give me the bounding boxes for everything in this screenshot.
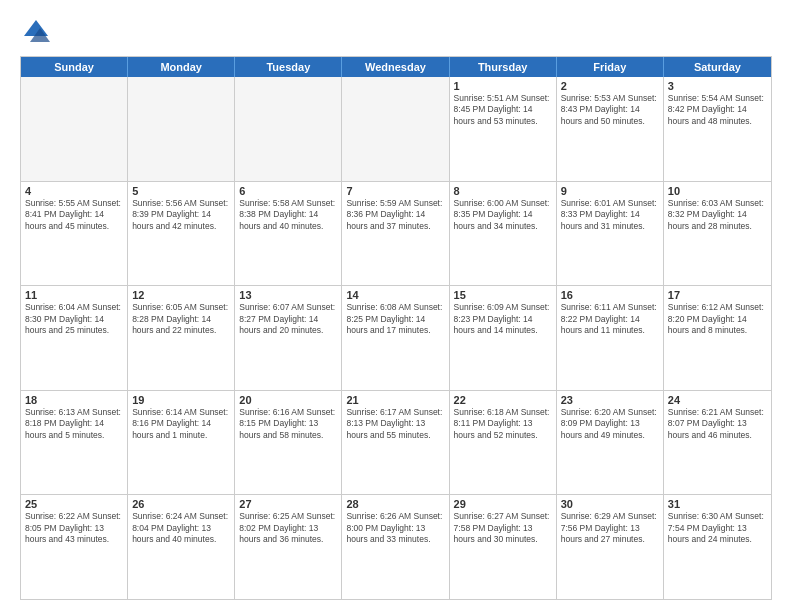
- day-number: 30: [561, 498, 659, 510]
- day-header-monday: Monday: [128, 57, 235, 77]
- day-info: Sunrise: 5:54 AM Sunset: 8:42 PM Dayligh…: [668, 93, 767, 127]
- day-header-thursday: Thursday: [450, 57, 557, 77]
- day-number: 27: [239, 498, 337, 510]
- day-info: Sunrise: 6:22 AM Sunset: 8:05 PM Dayligh…: [25, 511, 123, 545]
- day-number: 2: [561, 80, 659, 92]
- day-cell-24: 24Sunrise: 6:21 AM Sunset: 8:07 PM Dayli…: [664, 391, 771, 495]
- day-cell-21: 21Sunrise: 6:17 AM Sunset: 8:13 PM Dayli…: [342, 391, 449, 495]
- day-number: 24: [668, 394, 767, 406]
- empty-cell: [128, 77, 235, 181]
- day-header-wednesday: Wednesday: [342, 57, 449, 77]
- day-cell-26: 26Sunrise: 6:24 AM Sunset: 8:04 PM Dayli…: [128, 495, 235, 599]
- day-info: Sunrise: 5:58 AM Sunset: 8:38 PM Dayligh…: [239, 198, 337, 232]
- day-number: 13: [239, 289, 337, 301]
- calendar-header: SundayMondayTuesdayWednesdayThursdayFrid…: [21, 57, 771, 77]
- day-number: 21: [346, 394, 444, 406]
- day-info: Sunrise: 6:29 AM Sunset: 7:56 PM Dayligh…: [561, 511, 659, 545]
- day-cell-6: 6Sunrise: 5:58 AM Sunset: 8:38 PM Daylig…: [235, 182, 342, 286]
- day-number: 23: [561, 394, 659, 406]
- day-info: Sunrise: 6:11 AM Sunset: 8:22 PM Dayligh…: [561, 302, 659, 336]
- calendar-week-5: 25Sunrise: 6:22 AM Sunset: 8:05 PM Dayli…: [21, 494, 771, 599]
- calendar-week-2: 4Sunrise: 5:55 AM Sunset: 8:41 PM Daylig…: [21, 181, 771, 286]
- day-info: Sunrise: 6:20 AM Sunset: 8:09 PM Dayligh…: [561, 407, 659, 441]
- svg-marker-0: [24, 20, 48, 36]
- day-cell-17: 17Sunrise: 6:12 AM Sunset: 8:20 PM Dayli…: [664, 286, 771, 390]
- day-cell-13: 13Sunrise: 6:07 AM Sunset: 8:27 PM Dayli…: [235, 286, 342, 390]
- day-info: Sunrise: 6:13 AM Sunset: 8:18 PM Dayligh…: [25, 407, 123, 441]
- day-cell-29: 29Sunrise: 6:27 AM Sunset: 7:58 PM Dayli…: [450, 495, 557, 599]
- day-cell-9: 9Sunrise: 6:01 AM Sunset: 8:33 PM Daylig…: [557, 182, 664, 286]
- day-header-tuesday: Tuesday: [235, 57, 342, 77]
- logo: [20, 16, 56, 48]
- empty-cell: [235, 77, 342, 181]
- day-number: 7: [346, 185, 444, 197]
- day-info: Sunrise: 6:30 AM Sunset: 7:54 PM Dayligh…: [668, 511, 767, 545]
- day-number: 6: [239, 185, 337, 197]
- day-info: Sunrise: 6:16 AM Sunset: 8:15 PM Dayligh…: [239, 407, 337, 441]
- day-info: Sunrise: 6:26 AM Sunset: 8:00 PM Dayligh…: [346, 511, 444, 545]
- calendar-body: 1Sunrise: 5:51 AM Sunset: 8:45 PM Daylig…: [21, 77, 771, 599]
- day-cell-11: 11Sunrise: 6:04 AM Sunset: 8:30 PM Dayli…: [21, 286, 128, 390]
- calendar: SundayMondayTuesdayWednesdayThursdayFrid…: [20, 56, 772, 600]
- calendar-week-1: 1Sunrise: 5:51 AM Sunset: 8:45 PM Daylig…: [21, 77, 771, 181]
- day-number: 15: [454, 289, 552, 301]
- day-cell-25: 25Sunrise: 6:22 AM Sunset: 8:05 PM Dayli…: [21, 495, 128, 599]
- day-cell-30: 30Sunrise: 6:29 AM Sunset: 7:56 PM Dayli…: [557, 495, 664, 599]
- day-info: Sunrise: 6:14 AM Sunset: 8:16 PM Dayligh…: [132, 407, 230, 441]
- day-number: 1: [454, 80, 552, 92]
- day-number: 29: [454, 498, 552, 510]
- day-info: Sunrise: 5:56 AM Sunset: 8:39 PM Dayligh…: [132, 198, 230, 232]
- day-number: 8: [454, 185, 552, 197]
- day-header-sunday: Sunday: [21, 57, 128, 77]
- day-number: 20: [239, 394, 337, 406]
- day-info: Sunrise: 6:21 AM Sunset: 8:07 PM Dayligh…: [668, 407, 767, 441]
- day-number: 22: [454, 394, 552, 406]
- day-number: 18: [25, 394, 123, 406]
- day-cell-16: 16Sunrise: 6:11 AM Sunset: 8:22 PM Dayli…: [557, 286, 664, 390]
- day-number: 10: [668, 185, 767, 197]
- header: [20, 16, 772, 48]
- day-number: 16: [561, 289, 659, 301]
- day-number: 14: [346, 289, 444, 301]
- day-number: 4: [25, 185, 123, 197]
- day-number: 11: [25, 289, 123, 301]
- logo-icon: [20, 16, 52, 48]
- day-info: Sunrise: 6:05 AM Sunset: 8:28 PM Dayligh…: [132, 302, 230, 336]
- day-info: Sunrise: 6:07 AM Sunset: 8:27 PM Dayligh…: [239, 302, 337, 336]
- calendar-week-3: 11Sunrise: 6:04 AM Sunset: 8:30 PM Dayli…: [21, 285, 771, 390]
- day-cell-5: 5Sunrise: 5:56 AM Sunset: 8:39 PM Daylig…: [128, 182, 235, 286]
- day-info: Sunrise: 5:59 AM Sunset: 8:36 PM Dayligh…: [346, 198, 444, 232]
- day-number: 3: [668, 80, 767, 92]
- day-info: Sunrise: 6:27 AM Sunset: 7:58 PM Dayligh…: [454, 511, 552, 545]
- day-cell-10: 10Sunrise: 6:03 AM Sunset: 8:32 PM Dayli…: [664, 182, 771, 286]
- empty-cell: [342, 77, 449, 181]
- day-info: Sunrise: 6:09 AM Sunset: 8:23 PM Dayligh…: [454, 302, 552, 336]
- day-info: Sunrise: 5:53 AM Sunset: 8:43 PM Dayligh…: [561, 93, 659, 127]
- day-cell-27: 27Sunrise: 6:25 AM Sunset: 8:02 PM Dayli…: [235, 495, 342, 599]
- day-cell-3: 3Sunrise: 5:54 AM Sunset: 8:42 PM Daylig…: [664, 77, 771, 181]
- calendar-week-4: 18Sunrise: 6:13 AM Sunset: 8:18 PM Dayli…: [21, 390, 771, 495]
- day-info: Sunrise: 6:08 AM Sunset: 8:25 PM Dayligh…: [346, 302, 444, 336]
- day-info: Sunrise: 6:04 AM Sunset: 8:30 PM Dayligh…: [25, 302, 123, 336]
- day-info: Sunrise: 5:51 AM Sunset: 8:45 PM Dayligh…: [454, 93, 552, 127]
- day-cell-19: 19Sunrise: 6:14 AM Sunset: 8:16 PM Dayli…: [128, 391, 235, 495]
- day-number: 25: [25, 498, 123, 510]
- day-info: Sunrise: 6:17 AM Sunset: 8:13 PM Dayligh…: [346, 407, 444, 441]
- day-info: Sunrise: 6:18 AM Sunset: 8:11 PM Dayligh…: [454, 407, 552, 441]
- day-cell-4: 4Sunrise: 5:55 AM Sunset: 8:41 PM Daylig…: [21, 182, 128, 286]
- day-cell-31: 31Sunrise: 6:30 AM Sunset: 7:54 PM Dayli…: [664, 495, 771, 599]
- day-number: 12: [132, 289, 230, 301]
- day-number: 28: [346, 498, 444, 510]
- day-info: Sunrise: 5:55 AM Sunset: 8:41 PM Dayligh…: [25, 198, 123, 232]
- day-info: Sunrise: 6:03 AM Sunset: 8:32 PM Dayligh…: [668, 198, 767, 232]
- day-cell-2: 2Sunrise: 5:53 AM Sunset: 8:43 PM Daylig…: [557, 77, 664, 181]
- day-cell-14: 14Sunrise: 6:08 AM Sunset: 8:25 PM Dayli…: [342, 286, 449, 390]
- day-number: 5: [132, 185, 230, 197]
- day-cell-23: 23Sunrise: 6:20 AM Sunset: 8:09 PM Dayli…: [557, 391, 664, 495]
- day-cell-7: 7Sunrise: 5:59 AM Sunset: 8:36 PM Daylig…: [342, 182, 449, 286]
- day-info: Sunrise: 6:24 AM Sunset: 8:04 PM Dayligh…: [132, 511, 230, 545]
- day-info: Sunrise: 6:01 AM Sunset: 8:33 PM Dayligh…: [561, 198, 659, 232]
- day-cell-28: 28Sunrise: 6:26 AM Sunset: 8:00 PM Dayli…: [342, 495, 449, 599]
- day-number: 19: [132, 394, 230, 406]
- empty-cell: [21, 77, 128, 181]
